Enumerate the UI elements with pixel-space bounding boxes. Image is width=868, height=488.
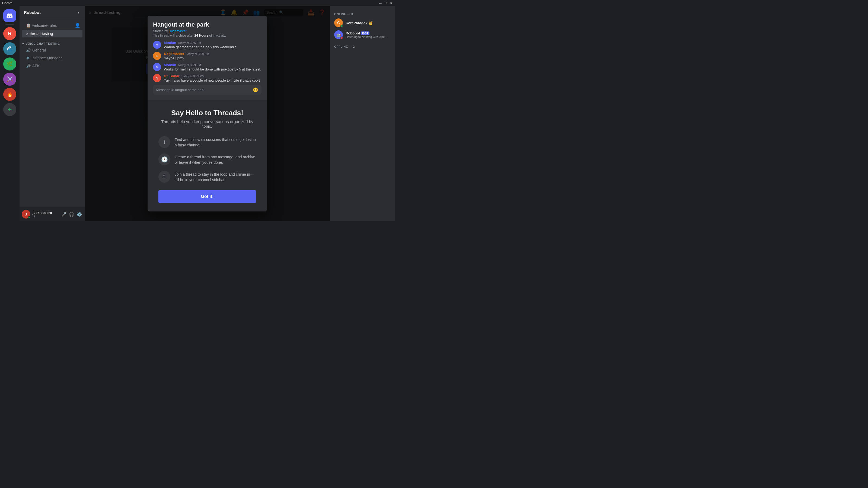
modal-overlay: Hangout at the park Started by Dogemaste… <box>85 6 330 221</box>
minimize-button[interactable]: — <box>379 1 382 5</box>
server-icon-add[interactable]: + <box>3 103 16 116</box>
channel-icon-thread: # <box>26 31 28 36</box>
voice-icon-general: 🔊 <box>26 48 31 52</box>
modal-msg-author-3: Moolan <box>164 63 176 67</box>
user-panel: J jackiecobra hi 🎤 🎧 ⚙️ <box>20 207 85 221</box>
threads-feature-icon-1: + <box>158 136 170 148</box>
category-voice-testing[interactable]: ▼ VOICE CHAT TESTING <box>20 38 85 46</box>
modal-avatar-moolan-3: M <box>153 63 161 71</box>
modal-msg-body-1: Moolan Today at 3:25 PM Wanna get togeth… <box>164 41 236 49</box>
modal-message-2: D Dogemaster Today at 3:59 PM maybe 8pm? <box>153 52 261 60</box>
channel-name-afk: AFK <box>32 64 80 68</box>
server-header-arrow: ▼ <box>77 10 80 14</box>
restore-button[interactable]: ❐ <box>384 1 388 5</box>
bot-badge: BOT <box>361 31 369 35</box>
modal-message-3: M Moolan Today at 3:59 PM Works for me! … <box>153 63 261 71</box>
channel-afk[interactable]: 🔊 AFK <box>22 62 83 70</box>
got-it-button[interactable]: Got it! <box>158 190 256 203</box>
modal-message-1: M Moolan Today at 3:25 PM Wanna get toge… <box>153 41 261 49</box>
server-header[interactable]: Robobot ▼ <box>20 6 85 19</box>
server-icon-discord[interactable] <box>3 9 16 22</box>
channel-general-voice[interactable]: 🔊 General <box>22 46 83 54</box>
channel-name-instance: Instance Manager <box>31 56 80 60</box>
online-header: ONLINE — 3 <box>330 8 395 17</box>
threads-feature-1: + Find and follow discussions that could… <box>158 136 256 148</box>
modal-msg-author-4: Dr. Sonar <box>164 74 180 78</box>
threads-feature-3: #⃣ Join a thread to stay in the loop and… <box>158 171 256 183</box>
threads-feature-icon-2: 🕐 <box>158 154 170 165</box>
channel-thread-testing[interactable]: # thread-testing <box>22 30 83 37</box>
modal-msg-text-3: Works for me! I should be done with prac… <box>164 67 261 71</box>
channel-add-rules[interactable]: 👤 <box>75 23 80 28</box>
modal-avatar-moolan-1: M <box>153 41 161 49</box>
user-controls: 🎤 🎧 ⚙️ <box>61 211 83 218</box>
modal-msg-body-2: Dogemaster Today at 3:59 PM maybe 8pm? <box>164 52 209 60</box>
modal-input-placeholder[interactable]: Message #Hangout at the park <box>156 88 251 92</box>
threads-feature-icon-3: #⃣ <box>158 171 170 183</box>
server-divider <box>5 24 14 25</box>
member-avatar-robobot: 🤖 <box>334 30 343 39</box>
modal-avatar-sonar-4: S <box>153 74 161 82</box>
channel-icon-rules: 📋 <box>26 23 31 28</box>
member-status-robobot <box>340 37 343 39</box>
modal-msg-body-4: Dr. Sonar Today at 3:59 PM Yay! I also h… <box>164 74 260 83</box>
user-avatar: J <box>22 210 30 219</box>
threads-feature-text-1: Find and follow discussions that could g… <box>175 136 256 148</box>
server-icon-r[interactable]: R <box>3 27 16 40</box>
user-status-dot <box>28 216 31 219</box>
modal-msg-time-1: Today at 3:25 PM <box>178 41 201 44</box>
channel-name-rules: welcome-rules <box>32 23 73 28</box>
modal-avatar-dogemaster-2: D <box>153 52 161 60</box>
modal-input-bar: Message #Hangout at the park 😊 <box>153 85 261 95</box>
modal-msg-author-1: Moolan <box>164 41 176 45</box>
member-robobot[interactable]: 🤖 Robobot BOT Listening to Nothing with … <box>332 29 393 41</box>
modal-msg-author-2: Dogemaster <box>164 52 184 56</box>
app-layout: R 🌊 🌿 ⚔️ 🔥 + Robobot ▼ 📋 welcome-rules 👤… <box>0 6 395 221</box>
member-name-robobot: Robobot BOT <box>346 31 391 35</box>
modal-message-4: S Dr. Sonar Today at 3:59 PM Yay! I also… <box>153 74 261 83</box>
server-sidebar: R 🌊 🌿 ⚔️ 🔥 + <box>0 6 20 221</box>
server-icon-4[interactable]: ⚔️ <box>3 73 16 86</box>
threads-intro-title: Say Hello to Threads! <box>158 109 256 117</box>
channel-list: 📋 welcome-rules 👤 # thread-testing ▼ VOI… <box>20 19 85 207</box>
voice-icon-instance: ⚙️ <box>26 56 30 60</box>
mute-button[interactable]: 🎤 <box>61 211 67 218</box>
modal-msg-time-2: Today at 3:59 PM <box>186 52 209 56</box>
modal-msg-text-1: Wanna get together at the park this week… <box>164 45 236 49</box>
modal-thread-preview: Hangout at the park Started by Dogemaste… <box>148 16 267 100</box>
modal-msg-header-3: Moolan Today at 3:59 PM <box>164 63 261 67</box>
modal-msg-time-4: Today at 3:59 PM <box>181 74 205 78</box>
titlebar: Discord — ❐ ✕ <box>0 0 395 6</box>
modal-emoji-button[interactable]: 😊 <box>253 87 258 93</box>
modal-messages: M Moolan Today at 3:25 PM Wanna get toge… <box>153 41 261 83</box>
server-icon-5[interactable]: 🔥 <box>3 88 16 101</box>
modal-msg-header-2: Dogemaster Today at 3:59 PM <box>164 52 209 56</box>
deafen-button[interactable]: 🎧 <box>68 211 75 218</box>
channel-instance-manager[interactable]: ⚙️ Instance Manager <box>22 54 83 62</box>
member-coreparadox[interactable]: C CoreParadox 👑 <box>332 17 393 29</box>
user-info: jackiecobra hi <box>33 210 59 218</box>
voice-icon-afk: 🔊 <box>26 64 31 68</box>
window-controls: — ❐ ✕ <box>379 1 393 5</box>
member-avatar-coreparadox: C <box>334 19 343 27</box>
modal-msg-header-4: Dr. Sonar Today at 3:59 PM <box>164 74 260 78</box>
channel-welcome-rules[interactable]: 📋 welcome-rules 👤 <box>22 21 83 30</box>
user-tag: hi <box>33 215 59 218</box>
threads-intro-subtitle: Threads help you keep conversations orga… <box>158 119 256 129</box>
modal-msg-header-1: Moolan Today at 3:25 PM <box>164 41 236 45</box>
modal-msg-text-2: maybe 8pm? <box>164 56 209 60</box>
modal-msg-time-3: Today at 3:59 PM <box>178 63 201 67</box>
offline-header: OFFLINE — 2 <box>330 41 395 50</box>
settings-button[interactable]: ⚙️ <box>76 211 83 218</box>
member-info-robobot: Robobot BOT Listening to Nothing with 0 … <box>346 31 391 38</box>
modal-thread-author[interactable]: Dogemaster <box>169 29 186 33</box>
threads-feature-text-2: Create a thread from any message, and ar… <box>175 154 256 165</box>
channel-name-general: General <box>32 48 80 52</box>
channel-sidebar: Robobot ▼ 📋 welcome-rules 👤 # thread-tes… <box>20 6 85 221</box>
server-icon-3[interactable]: 🌿 <box>3 58 16 70</box>
server-icon-2[interactable]: 🌊 <box>3 42 16 55</box>
channel-name-thread: thread-testing <box>30 31 80 36</box>
modal-thread-meta-2: Started by Dogemaster <box>153 29 261 33</box>
user-name: jackiecobra <box>33 210 59 215</box>
close-button[interactable]: ✕ <box>390 1 393 5</box>
